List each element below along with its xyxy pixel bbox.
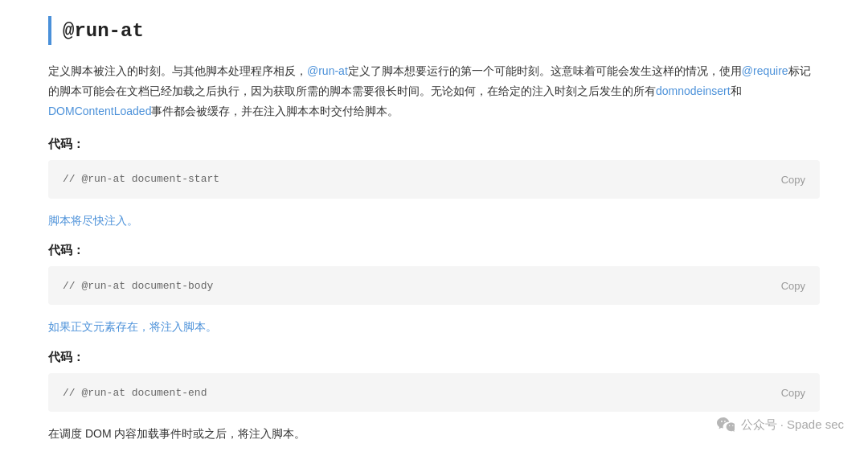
copy-button-1[interactable]: Copy <box>776 171 810 187</box>
desc-link3[interactable]: domnodeinsert <box>656 84 731 97</box>
code-content-2: // @run-at document-body <box>63 280 805 292</box>
desc-part1: 定义脚本被注入的时刻。与其他脚本处理程序相反， <box>48 64 307 77</box>
copy-button-3[interactable]: Copy <box>776 385 810 401</box>
desc-part5: 事件都会被缓存，并在注入脚本本时交付给脚本。 <box>151 105 399 117</box>
code-content-3: // @run-at document-end <box>63 387 805 399</box>
title-section: @run-at <box>48 16 820 45</box>
desc-link1[interactable]: @run-at <box>307 64 348 77</box>
title-bar <box>48 16 51 45</box>
desc-part4: 和 <box>731 84 742 97</box>
desc-part2: 定义了脚本想要运行的第一个可能时刻。这意味着可能会发生这样的情况，使用 <box>348 64 742 77</box>
note-text-2: 如果正文元素存在，将注入脚本。 <box>48 318 820 337</box>
copy-button-2[interactable]: Copy <box>776 278 810 294</box>
code-block-2: // @run-at document-body Copy <box>48 266 820 305</box>
description-text: 定义脚本被注入的时刻。与其他脚本处理程序相反，@run-at定义了脚本想要运行的… <box>48 61 820 122</box>
wechat-icon <box>717 416 735 433</box>
desc-link4[interactable]: DOMContentLoaded <box>48 105 151 117</box>
page-container: @run-at 定义脚本被注入的时刻。与其他脚本处理程序相反，@run-at定义… <box>0 0 868 456</box>
code-content-1: // @run-at document-start <box>63 173 805 185</box>
note-text-1: 脚本将尽快注入。 <box>48 212 820 231</box>
section-label-2: 代码： <box>48 243 820 258</box>
watermark-text: 公众号 · Spade sec <box>741 417 844 433</box>
watermark: 公众号 · Spade sec <box>717 416 844 433</box>
note-text-3: 在调度 DOM 内容加载事件时或之后，将注入脚本。 <box>48 425 820 444</box>
section-label-1: 代码： <box>48 137 820 152</box>
code-block-3: // @run-at document-end Copy <box>48 373 820 412</box>
desc-link2[interactable]: @require <box>742 64 788 77</box>
page-title: @run-at <box>63 20 144 42</box>
section-label-3: 代码： <box>48 350 820 365</box>
code-block-1: // @run-at document-start Copy <box>48 160 820 199</box>
